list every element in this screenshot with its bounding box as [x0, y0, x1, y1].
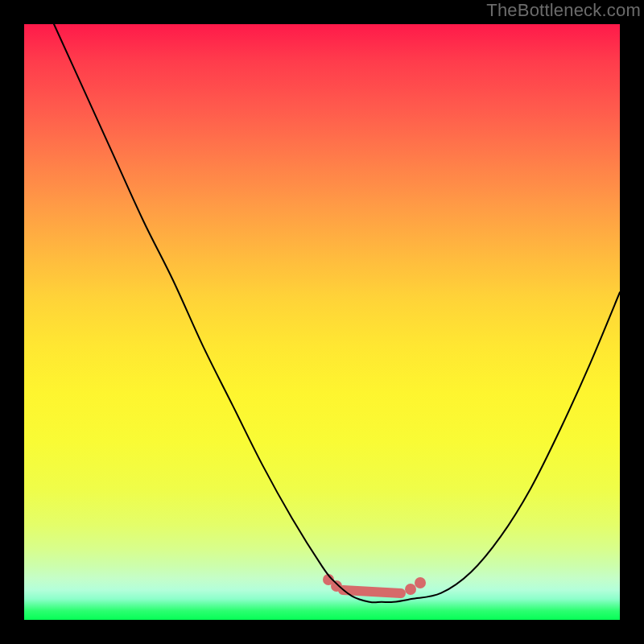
bottleneck-curve-path — [54, 24, 620, 602]
accent-segment-main — [343, 590, 401, 593]
plot-area — [24, 24, 620, 620]
curve-svg — [24, 24, 620, 620]
watermark-text: TheBottleneck.com — [486, 0, 641, 21]
accent-dot-right-2 — [415, 577, 426, 588]
accent-dot-right-1 — [405, 584, 416, 595]
accent-dot-left-2 — [331, 580, 342, 592]
chart-frame: TheBottleneck.com — [0, 0, 644, 644]
